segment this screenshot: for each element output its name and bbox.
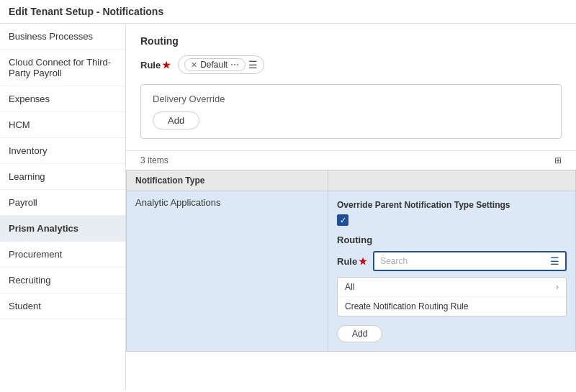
override-checkbox[interactable] — [337, 214, 348, 226]
tag-options-icon[interactable]: ⋯ — [230, 60, 239, 70]
sidebar-item-student[interactable]: Student — [0, 293, 125, 319]
rule-tag-input[interactable]: ✕ Default ⋯ ☰ — [178, 55, 264, 74]
delivery-override-box: Delivery Override Add — [140, 84, 562, 139]
table-section: 3 items ⊞ Notification Type Analytic App… — [126, 151, 576, 352]
sidebar-item-business-processes[interactable]: Business Processes — [0, 24, 125, 50]
chevron-right-icon: › — [556, 282, 559, 292]
override-add-button[interactable]: Add — [337, 325, 382, 342]
sidebar-item-procurement[interactable]: Procurement — [0, 242, 125, 268]
items-count-row: 3 items ⊞ — [126, 151, 576, 170]
dropdown-options-panel: All › Create Notification Routing Rule — [337, 277, 567, 316]
sidebar-item-recruiting[interactable]: Recruiting — [0, 268, 125, 293]
rule-field-row: Rule★ ✕ Default ⋯ ☰ — [140, 55, 562, 74]
required-star: ★ — [162, 60, 171, 70]
override-panel-title: Override Parent Notification Type Settin… — [337, 200, 567, 210]
sidebar-item-inventory[interactable]: Inventory — [0, 138, 125, 164]
table-settings-icon[interactable]: ⊞ — [554, 155, 562, 165]
routing-section: Routing Rule★ ✕ Default ⋯ ☰ Delivery Ove… — [126, 24, 576, 151]
delivery-override-title: Delivery Override — [153, 94, 549, 104]
sidebar-item-cloud-connect[interactable]: Cloud Connect for Third-Party Payroll — [0, 50, 125, 86]
sidebar-item-hcm[interactable]: HCM — [0, 112, 125, 138]
delivery-add-button[interactable]: Add — [153, 111, 199, 129]
sub-routing-title: Routing — [337, 234, 567, 245]
notifications-table: Notification Type Analytic Applications … — [126, 170, 576, 352]
sidebar-item-expenses[interactable]: Expenses — [0, 86, 125, 112]
sub-rule-row: Rule★ Search ☰ — [337, 251, 567, 271]
sidebar-item-prism-analytics[interactable]: Prism Analytics — [0, 216, 125, 242]
sub-required-star: ★ — [359, 256, 367, 267]
default-tag[interactable]: ✕ Default ⋯ — [184, 58, 246, 71]
col-header-notification-type: Notification Type — [127, 170, 328, 191]
main-content: Routing Rule★ ✕ Default ⋯ ☰ Delivery Ove… — [126, 24, 576, 390]
override-panel: Override Parent Notification Type Settin… — [337, 197, 567, 345]
notification-type-cell: Analytic Applications — [127, 191, 328, 352]
col-header-settings — [328, 170, 576, 191]
tag-close-icon[interactable]: ✕ — [191, 60, 197, 70]
sub-rule-label: Rule★ — [337, 256, 367, 267]
override-checkbox-row — [337, 214, 567, 226]
settings-cell: Override Parent Notification Type Settin… — [328, 191, 576, 352]
search-placeholder-text: Search — [380, 256, 550, 266]
option-create-rule[interactable]: Create Notification Routing Rule — [338, 297, 566, 316]
rule-list-icon[interactable]: ☰ — [248, 59, 258, 70]
sidebar-item-payroll[interactable]: Payroll — [0, 190, 125, 216]
routing-title: Routing — [140, 35, 562, 47]
rule-label: Rule★ — [140, 60, 171, 70]
rule-search-dropdown[interactable]: Search ☰ — [373, 251, 567, 271]
table-row: Analytic Applications Override Parent No… — [127, 191, 576, 352]
page-title: Edit Tenant Setup - Notifications — [0, 0, 576, 24]
sidebar: Business Processes Cloud Connect for Thi… — [0, 24, 126, 390]
dropdown-list-icon[interactable]: ☰ — [550, 255, 559, 267]
option-all[interactable]: All › — [338, 278, 566, 297]
sidebar-item-learning[interactable]: Learning — [0, 164, 125, 190]
